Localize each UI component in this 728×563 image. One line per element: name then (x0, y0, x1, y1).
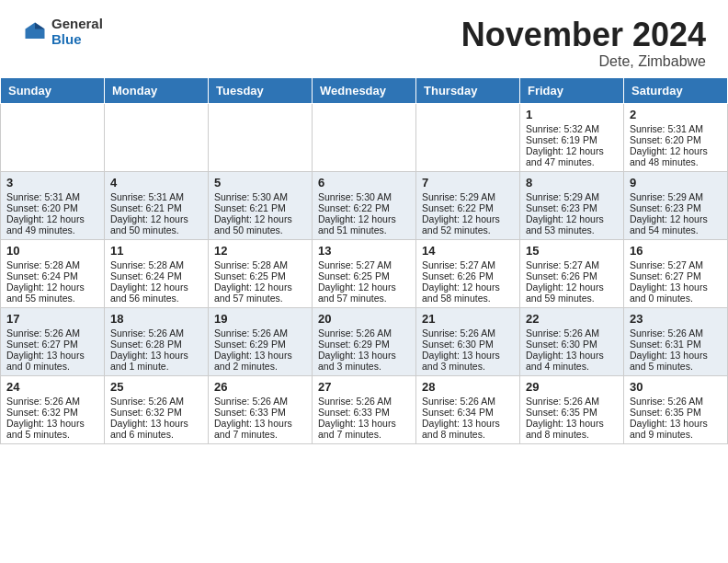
calendar-cell: 21Sunrise: 5:26 AMSunset: 6:30 PMDayligh… (416, 307, 520, 375)
weekday-header: Thursday (416, 77, 520, 103)
day-number: 2 (630, 108, 722, 121)
day-number: 3 (6, 176, 98, 190)
calendar-cell: 23Sunrise: 5:26 AMSunset: 6:31 PMDayligh… (624, 307, 728, 375)
sunrise-text: Sunrise: 5:31 AM (6, 191, 98, 202)
daylight-text: Daylight: 12 hours and 54 minutes. (630, 213, 722, 236)
daylight-text: Daylight: 13 hours and 3 minutes. (422, 350, 514, 372)
day-number: 18 (110, 312, 202, 326)
day-number: 28 (422, 380, 514, 394)
day-number: 30 (630, 380, 722, 394)
sunset-text: Sunset: 6:30 PM (422, 339, 514, 350)
sunrise-text: Sunrise: 5:29 AM (630, 191, 722, 202)
sunset-text: Sunset: 6:33 PM (214, 407, 306, 418)
sunset-text: Sunset: 6:27 PM (630, 270, 722, 282)
sunset-text: Sunset: 6:32 PM (110, 407, 202, 418)
sunrise-text: Sunrise: 5:26 AM (110, 327, 202, 339)
daylight-text: Daylight: 12 hours and 49 minutes. (6, 213, 98, 236)
sunset-text: Sunset: 6:22 PM (422, 202, 514, 213)
day-number: 9 (630, 176, 722, 190)
day-number: 19 (214, 312, 306, 326)
sunset-text: Sunset: 6:25 PM (318, 270, 410, 282)
sunrise-text: Sunrise: 5:26 AM (422, 327, 514, 339)
daylight-text: Daylight: 13 hours and 7 minutes. (318, 418, 410, 440)
calendar-cell (1, 103, 105, 171)
daylight-text: Daylight: 12 hours and 48 minutes. (630, 145, 722, 167)
page-header: General Blue November 2024 Dete, Zimbabw… (0, 0, 728, 77)
weekday-header: Monday (105, 77, 209, 103)
sunset-text: Sunset: 6:24 PM (110, 270, 202, 282)
sunset-text: Sunset: 6:33 PM (318, 407, 410, 418)
logo-text: General Blue (51, 17, 103, 47)
calendar-cell (105, 103, 209, 171)
calendar-cell: 24Sunrise: 5:26 AMSunset: 6:32 PMDayligh… (1, 375, 105, 443)
sunset-text: Sunset: 6:24 PM (6, 270, 98, 282)
month-title: November 2024 (461, 17, 706, 53)
calendar-cell: 4Sunrise: 5:31 AMSunset: 6:21 PMDaylight… (105, 171, 209, 239)
sunset-text: Sunset: 6:23 PM (526, 202, 618, 213)
sunset-text: Sunset: 6:31 PM (630, 339, 722, 350)
day-number: 7 (422, 176, 514, 190)
day-number: 26 (214, 380, 306, 394)
calendar-cell: 27Sunrise: 5:26 AMSunset: 6:33 PMDayligh… (313, 375, 416, 443)
sunset-text: Sunset: 6:34 PM (422, 407, 514, 418)
title-block: November 2024 Dete, Zimbabwe (461, 17, 706, 70)
day-number: 27 (318, 380, 410, 394)
sunrise-text: Sunrise: 5:30 AM (318, 191, 410, 202)
calendar-week-row: 24Sunrise: 5:26 AMSunset: 6:32 PMDayligh… (1, 375, 728, 443)
daylight-text: Daylight: 12 hours and 57 minutes. (318, 282, 410, 304)
calendar-cell: 3Sunrise: 5:31 AMSunset: 6:20 PMDaylight… (1, 171, 105, 239)
daylight-text: Daylight: 13 hours and 3 minutes. (318, 350, 410, 372)
sunrise-text: Sunrise: 5:26 AM (318, 396, 410, 407)
sunset-text: Sunset: 6:25 PM (214, 270, 306, 282)
calendar-cell: 15Sunrise: 5:27 AMSunset: 6:26 PMDayligh… (520, 239, 624, 307)
daylight-text: Daylight: 13 hours and 0 minutes. (6, 350, 98, 372)
daylight-text: Daylight: 13 hours and 0 minutes. (630, 282, 722, 304)
calendar-cell: 16Sunrise: 5:27 AMSunset: 6:27 PMDayligh… (624, 239, 728, 307)
calendar-header-row: SundayMondayTuesdayWednesdayThursdayFrid… (1, 77, 728, 103)
sunrise-text: Sunrise: 5:29 AM (526, 191, 618, 202)
calendar-table: SundayMondayTuesdayWednesdayThursdayFrid… (0, 77, 728, 444)
sunset-text: Sunset: 6:20 PM (630, 134, 722, 145)
weekday-header: Friday (520, 77, 624, 103)
day-number: 23 (630, 312, 722, 326)
daylight-text: Daylight: 13 hours and 5 minutes. (630, 350, 722, 372)
daylight-text: Daylight: 13 hours and 4 minutes. (526, 350, 618, 372)
calendar-cell (209, 103, 313, 171)
day-number: 1 (526, 108, 618, 121)
day-number: 21 (422, 312, 514, 326)
logo-blue: Blue (51, 32, 103, 48)
daylight-text: Daylight: 12 hours and 50 minutes. (110, 213, 202, 236)
calendar-cell: 2Sunrise: 5:31 AMSunset: 6:20 PMDaylight… (624, 103, 728, 171)
calendar-cell: 29Sunrise: 5:26 AMSunset: 6:35 PMDayligh… (520, 375, 624, 443)
calendar-cell: 6Sunrise: 5:30 AMSunset: 6:22 PMDaylight… (313, 171, 416, 239)
day-number: 8 (526, 176, 618, 190)
calendar-week-row: 17Sunrise: 5:26 AMSunset: 6:27 PMDayligh… (1, 307, 728, 375)
day-number: 11 (110, 244, 202, 258)
day-number: 6 (318, 176, 410, 190)
sunrise-text: Sunrise: 5:30 AM (214, 191, 306, 202)
calendar-cell: 25Sunrise: 5:26 AMSunset: 6:32 PMDayligh… (105, 375, 209, 443)
sunset-text: Sunset: 6:29 PM (318, 339, 410, 350)
day-number: 10 (6, 244, 98, 258)
calendar-cell: 18Sunrise: 5:26 AMSunset: 6:28 PMDayligh… (105, 307, 209, 375)
sunrise-text: Sunrise: 5:27 AM (526, 259, 618, 270)
calendar-cell: 22Sunrise: 5:26 AMSunset: 6:30 PMDayligh… (520, 307, 624, 375)
calendar-cell: 9Sunrise: 5:29 AMSunset: 6:23 PMDaylight… (624, 171, 728, 239)
sunrise-text: Sunrise: 5:31 AM (630, 123, 722, 134)
sunset-text: Sunset: 6:19 PM (526, 134, 618, 145)
logo-icon (22, 19, 48, 45)
sunset-text: Sunset: 6:29 PM (214, 339, 306, 350)
svg-marker-1 (35, 22, 45, 29)
weekday-header: Saturday (624, 77, 728, 103)
calendar-cell: 12Sunrise: 5:28 AMSunset: 6:25 PMDayligh… (209, 239, 313, 307)
daylight-text: Daylight: 13 hours and 6 minutes. (110, 418, 202, 440)
day-number: 17 (6, 312, 98, 326)
calendar-cell: 10Sunrise: 5:28 AMSunset: 6:24 PMDayligh… (1, 239, 105, 307)
day-number: 29 (526, 380, 618, 394)
day-number: 5 (214, 176, 306, 190)
daylight-text: Daylight: 12 hours and 51 minutes. (318, 213, 410, 236)
calendar-cell: 5Sunrise: 5:30 AMSunset: 6:21 PMDaylight… (209, 171, 313, 239)
daylight-text: Daylight: 13 hours and 9 minutes. (630, 418, 722, 440)
sunrise-text: Sunrise: 5:32 AM (526, 123, 618, 134)
day-number: 20 (318, 312, 410, 326)
